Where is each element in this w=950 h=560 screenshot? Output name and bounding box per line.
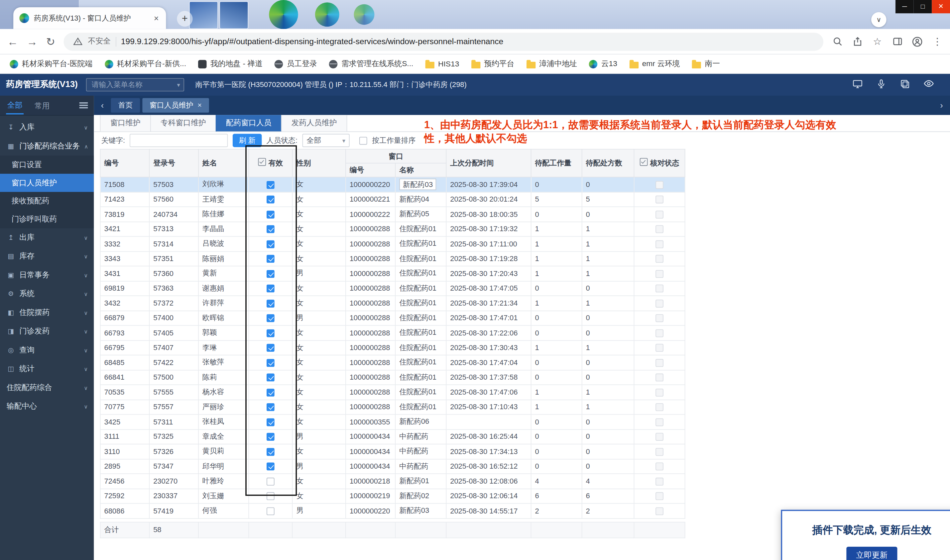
valid-checkbox[interactable] [267,359,275,367]
table-row[interactable]: 311057326黄贝莉女1000000434中药配药2025-08-30 17… [100,444,685,459]
check-status-checkbox[interactable] [655,226,663,234]
table-row[interactable]: 343157360黄新男1000000288住院配药012025-08-30 1… [100,266,685,281]
sidebar-item[interactable]: ◎查询∨ [0,341,94,360]
tabs-scroll-right-icon[interactable]: › [935,101,947,110]
bookmark-item[interactable]: HIS13 [426,60,460,68]
check-status-checkbox[interactable] [655,240,663,248]
check-status-checkbox[interactable] [655,211,663,218]
table-row[interactable]: 72456230270叶雅玲女1000000218新配药012025-08-30… [100,474,685,489]
profile-icon[interactable] [912,36,923,47]
bookmark-item[interactable]: 南一 [692,59,720,69]
collapse-menu-icon[interactable] [79,105,88,106]
tab-dispense-window-personnel[interactable]: 配药窗口人员 [216,115,282,131]
sidebar-tab-frequent[interactable]: 常用 [33,97,51,114]
sidebar-item[interactable]: ⚙系统∨ [0,285,94,303]
valid-checkbox[interactable] [267,240,275,248]
check-status-checkbox[interactable] [655,403,663,412]
valid-checkbox[interactable] [267,463,275,471]
menu-search-input[interactable] [90,80,174,90]
table-row[interactable]: 342157313李晶晶女1000000288住院配药012025-08-30 … [100,222,685,237]
valid-checkbox[interactable] [267,300,275,308]
valid-checkbox[interactable] [267,270,275,278]
bookmark-item[interactable]: 预约平台 [471,59,514,69]
browser-tab[interactable]: 药房系统(V13) - 窗口人员维护 × [13,7,166,29]
valid-checkbox[interactable] [267,285,275,292]
check-status-checkbox[interactable] [655,463,663,471]
forward-button[interactable]: → [26,36,37,47]
check-status-checkbox[interactable] [655,374,663,382]
microphone-icon[interactable] [876,78,887,91]
check-status-checkbox[interactable] [655,448,663,456]
valid-checkbox[interactable] [267,315,275,323]
back-button[interactable]: ← [7,36,18,47]
sidebar-item[interactable]: ▤库存∨ [0,247,94,266]
valid-checkbox[interactable] [267,403,275,412]
sort-checkbox[interactable] [359,137,367,145]
side-panel-icon[interactable] [892,36,903,47]
refresh-button[interactable]: 刷 新 [233,134,262,147]
bookmark-item[interactable]: 耗材采购平台-医院端 [10,59,93,69]
menu-search-box[interactable]: ▾ [86,78,184,91]
col-header-workload[interactable]: 待配工作量 [531,149,582,177]
update-now-button[interactable]: 立即更新 [846,547,897,560]
table-row[interactable]: 334357351陈丽娟女1000000288住院配药012025-08-30 … [100,251,685,266]
monitor-icon[interactable] [853,78,863,91]
sidebar-subitem[interactable]: 窗口设置 [0,155,94,174]
table-row[interactable]: 343257372许群萍女1000000288住院配药012025-08-30 … [100,295,685,311]
valid-checkbox[interactable] [267,181,275,189]
check-status-checkbox[interactable] [655,389,663,397]
sidebar-item[interactable]: ↧入库∨ [0,118,94,137]
close-window-button[interactable]: × [932,0,950,13]
zoom-icon[interactable] [832,36,843,47]
status-select[interactable]: 全部 ▾ [302,134,350,147]
table-row[interactable]: 289557347邱华明男1000000434中药配药2025-08-30 16… [100,459,685,474]
table-row[interactable]: 6848557422张敏萍女1000000288住院配药012025-08-30… [100,355,685,370]
valid-checkbox[interactable] [267,418,275,426]
check-status-checkbox[interactable] [655,255,663,263]
sidebar-item[interactable]: ↥出库∨ [0,228,94,247]
valid-checkbox[interactable] [267,329,275,337]
table-row[interactable]: 72592230337刘玉姗女1000000219新配药022025-08-30… [100,489,685,503]
bookmark-item[interactable]: 云13 [589,59,617,69]
bookmark-item[interactable]: 我的地盘 - 禅道 [199,59,262,69]
bookmark-item[interactable]: 耗材采购平台-新供... [105,59,186,69]
sidebar-item[interactable]: 住院配药综合∨ [0,378,94,397]
check-status-checkbox[interactable] [655,359,663,367]
tab-specialty-window[interactable]: 专科窗口维护 [150,115,216,131]
col-header-login[interactable]: 登录号 [149,149,199,177]
col-header-valid[interactable]: 有效 [248,149,292,177]
sidebar-subitem[interactable]: 接收预配药 [0,192,94,210]
bookmark-item[interactable]: emr 云环境 [629,59,680,69]
bookmark-star-icon[interactable]: ☆ [872,36,883,47]
valid-checkbox[interactable] [267,211,275,218]
check-status-checkbox[interactable] [655,315,663,323]
close-icon[interactable]: × [197,101,202,109]
col-header-last-time[interactable]: 上次分配时间 [446,149,531,177]
sidebar-subitem[interactable]: 窗口人员维护 [0,174,94,192]
tab-issue-personnel[interactable]: 发药人员维护 [281,115,347,131]
check-status-checkbox[interactable] [655,329,663,337]
eye-icon[interactable] [924,78,935,91]
bookmark-item[interactable]: 员工登录 [275,59,317,69]
check-status-checkbox[interactable] [655,507,663,515]
check-status-checkbox[interactable] [655,344,663,352]
table-row[interactable]: 7077557557严丽珍女1000000288住院配药012025-08-30… [100,400,685,414]
tab-search-button[interactable]: ∨ [871,12,887,27]
maximize-button[interactable]: □ [914,0,932,13]
sidebar-tab-all[interactable]: 全部 [6,97,24,114]
table-row[interactable]: 6679357405郭颖女1000000288住院配药012025-08-30 … [100,326,685,340]
keyword-input[interactable] [130,134,228,147]
valid-checkbox[interactable] [267,507,275,515]
table-row[interactable]: 7142357560王靖雯女1000000221新配药042025-08-30 … [100,192,685,207]
valid-checkbox[interactable] [267,448,275,456]
valid-checkbox[interactable] [267,374,275,382]
url-field[interactable]: 不安全 199.9.129.29:8000/his-yf/app/#/outpa… [64,32,824,51]
valid-checkbox[interactable] [267,255,275,263]
sidebar-item[interactable]: ◨门诊发药∨ [0,322,94,341]
table-row[interactable]: 6687957400欧晖锦男1000000288住院配药012025-08-30… [100,311,685,326]
bookmark-item[interactable]: 需求管理在线系统S... [329,59,413,69]
sidebar-item[interactable]: 输配中心∨ [0,397,94,416]
col-header-window-name[interactable]: 名称 [395,163,446,177]
check-status-checkbox[interactable] [655,181,663,189]
col-header-gender[interactable]: 性别 [292,149,345,177]
